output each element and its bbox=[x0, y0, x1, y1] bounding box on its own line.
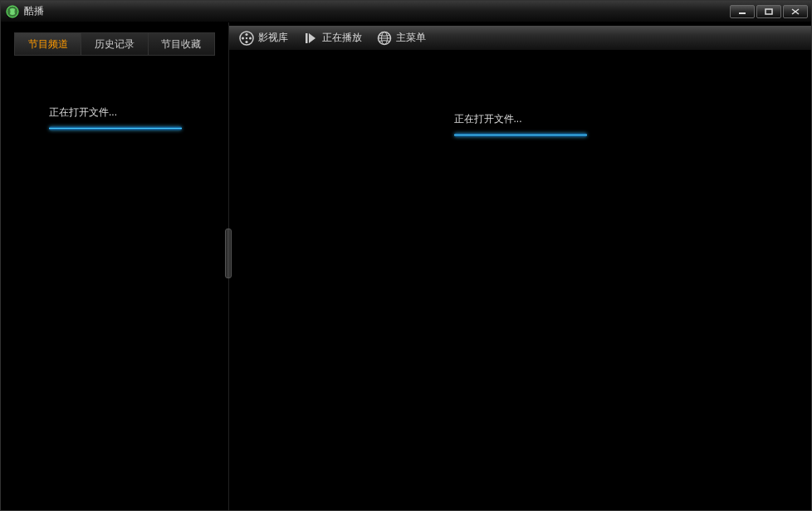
toolbar-library[interactable]: 影视库 bbox=[239, 31, 288, 46]
play-icon bbox=[303, 31, 318, 46]
tab-label: 节目收藏 bbox=[161, 37, 201, 52]
svg-marker-12 bbox=[309, 33, 316, 43]
svg-point-10 bbox=[246, 37, 247, 38]
tab-label: 节目频道 bbox=[28, 37, 68, 52]
sidebar-body: 正在打开文件... bbox=[1, 56, 228, 510]
tab-channels[interactable]: 节目频道 bbox=[15, 33, 81, 55]
toolbar-label: 正在播放 bbox=[322, 31, 362, 45]
tab-label: 历史记录 bbox=[95, 37, 135, 52]
progress-bar bbox=[454, 133, 587, 137]
main-body: 正在打开文件... bbox=[229, 51, 811, 510]
minimize-button[interactable] bbox=[730, 5, 755, 18]
svg-rect-11 bbox=[306, 33, 308, 43]
main-panel: 影视库 正在播放 bbox=[229, 22, 811, 510]
sidebar-tabs: 节目频道 历史记录 节目收藏 bbox=[14, 32, 215, 56]
maximize-button[interactable] bbox=[756, 5, 781, 18]
svg-point-7 bbox=[249, 37, 252, 39]
main-loading: 正在打开文件... bbox=[454, 112, 587, 137]
toolbar-now-playing[interactable]: 正在播放 bbox=[303, 31, 362, 46]
svg-point-6 bbox=[245, 32, 247, 35]
tab-favorites[interactable]: 节目收藏 bbox=[149, 33, 214, 55]
sidebar: 节目频道 历史记录 节目收藏 正在打开文件... bbox=[1, 22, 229, 510]
close-button[interactable] bbox=[783, 5, 808, 18]
svg-rect-2 bbox=[766, 9, 772, 14]
sidebar-loading: 正在打开文件... bbox=[1, 106, 228, 130]
titlebar[interactable]: 酷播 bbox=[1, 1, 811, 22]
toolbar-label: 影视库 bbox=[258, 31, 288, 45]
globe-icon bbox=[377, 31, 392, 46]
svg-point-8 bbox=[245, 40, 247, 42]
svg-point-9 bbox=[242, 37, 244, 39]
app-logo-icon bbox=[6, 5, 19, 18]
toolbar-main-menu[interactable]: 主菜单 bbox=[377, 31, 426, 46]
loading-text: 正在打开文件... bbox=[49, 106, 228, 120]
main-toolbar: 影视库 正在播放 bbox=[229, 26, 811, 51]
toolbar-label: 主菜单 bbox=[396, 31, 426, 45]
window-controls bbox=[728, 5, 808, 18]
film-reel-icon bbox=[239, 31, 254, 46]
progress-bar bbox=[49, 126, 182, 130]
app-title: 酷播 bbox=[24, 4, 728, 18]
content-area: 节目频道 历史记录 节目收藏 正在打开文件... bbox=[1, 22, 811, 510]
loading-text: 正在打开文件... bbox=[454, 112, 587, 126]
tab-history[interactable]: 历史记录 bbox=[81, 33, 148, 55]
